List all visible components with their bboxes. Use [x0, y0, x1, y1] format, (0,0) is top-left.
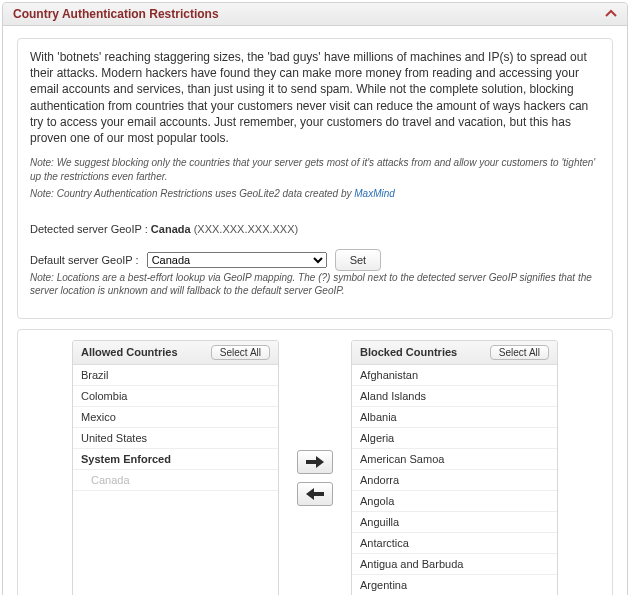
detected-geoip-ip: (XXX.XXX.XXX.XXX)	[191, 223, 299, 235]
blocked-title: Blocked Countries	[360, 346, 457, 358]
detected-geoip-country: Canada	[151, 223, 191, 235]
note-geolite-prefix: Note: Country Authentication Restriction…	[30, 188, 354, 199]
list-item[interactable]: Aland Islands	[352, 386, 557, 407]
move-right-button[interactable]	[297, 450, 333, 474]
set-button[interactable]: Set	[335, 249, 382, 271]
list-item[interactable]: Mexico	[73, 407, 278, 428]
allowed-title: Allowed Countries	[81, 346, 178, 358]
list-item[interactable]: Colombia	[73, 386, 278, 407]
blocked-panel: Blocked Countries Select All Afghanistan…	[351, 340, 558, 595]
panel-title: Country Authentication Restrictions	[13, 7, 219, 21]
list-item[interactable]: Albania	[352, 407, 557, 428]
blocked-select-all-button[interactable]: Select All	[490, 345, 549, 360]
default-geoip-label: Default server GeoIP :	[30, 254, 139, 266]
collapse-icon[interactable]	[605, 8, 617, 20]
list-item[interactable]: Algeria	[352, 428, 557, 449]
main-panel: Country Authentication Restrictions With…	[2, 2, 628, 595]
list-item[interactable]: Brazil	[73, 365, 278, 386]
list-item[interactable]: Anguilla	[352, 512, 557, 533]
note-suggest: Note: We suggest blocking only the count…	[30, 156, 600, 183]
list-item[interactable]: United States	[73, 428, 278, 449]
arrow-left-icon	[306, 488, 324, 500]
list-item[interactable]: American Samoa	[352, 449, 557, 470]
list-item: Canada	[73, 470, 278, 491]
list-item[interactable]: Antigua and Barbuda	[352, 554, 557, 575]
allowed-header: Allowed Countries Select All	[73, 341, 278, 365]
info-box: With 'botnets' reaching staggering sizes…	[17, 38, 613, 319]
blocked-list[interactable]: AfghanistanAland IslandsAlbaniaAlgeriaAm…	[352, 365, 557, 595]
dual-list: Allowed Countries Select All BrazilColom…	[17, 329, 613, 595]
list-item[interactable]: Afghanistan	[352, 365, 557, 386]
arrow-right-icon	[306, 456, 324, 468]
default-geoip-select[interactable]: Canada	[147, 252, 327, 268]
default-geoip-row: Default server GeoIP : Canada Set	[30, 249, 600, 271]
intro-paragraph: With 'botnets' reaching staggering sizes…	[30, 49, 600, 146]
panel-header[interactable]: Country Authentication Restrictions	[3, 3, 627, 26]
geoip-footnote: Note: Locations are a best-effort lookup…	[30, 271, 600, 298]
note-geolite: Note: Country Authentication Restriction…	[30, 187, 600, 201]
transfer-controls	[279, 450, 351, 506]
list-item: System Enforced	[73, 449, 278, 470]
detected-geoip-label: Detected server GeoIP :	[30, 223, 151, 235]
allowed-select-all-button[interactable]: Select All	[211, 345, 270, 360]
allowed-list[interactable]: BrazilColombiaMexicoUnited StatesSystem …	[73, 365, 278, 595]
page-root: Country Authentication Restrictions With…	[0, 0, 630, 595]
list-item[interactable]: Andorra	[352, 470, 557, 491]
move-left-button[interactable]	[297, 482, 333, 506]
detected-geoip-row: Detected server GeoIP : Canada (XXX.XXX.…	[30, 223, 600, 235]
allowed-panel: Allowed Countries Select All BrazilColom…	[72, 340, 279, 595]
list-item[interactable]: Angola	[352, 491, 557, 512]
maxmind-link[interactable]: MaxMind	[354, 188, 395, 199]
panel-body: With 'botnets' reaching staggering sizes…	[3, 26, 627, 595]
list-item[interactable]: Argentina	[352, 575, 557, 595]
list-item[interactable]: Antarctica	[352, 533, 557, 554]
blocked-header: Blocked Countries Select All	[352, 341, 557, 365]
